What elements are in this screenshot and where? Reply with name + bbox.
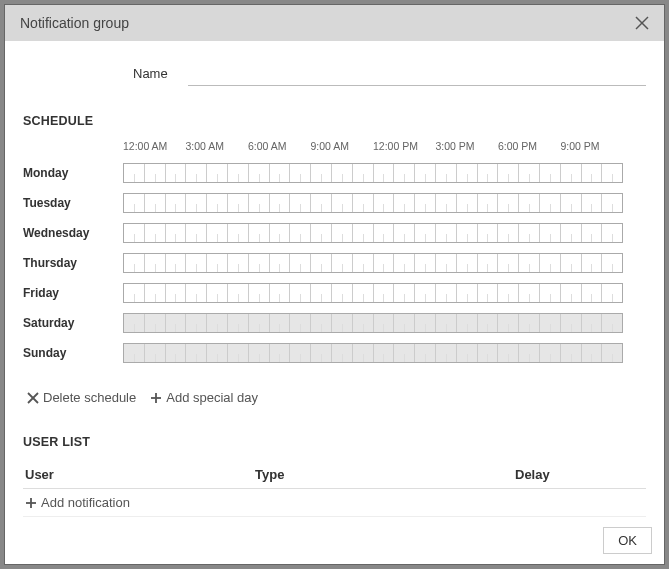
- hour-cell[interactable]: [124, 254, 145, 272]
- hour-cell[interactable]: [290, 314, 311, 332]
- hour-cell[interactable]: [478, 164, 499, 182]
- day-timeline[interactable]: [123, 283, 623, 303]
- hour-cell[interactable]: [394, 194, 415, 212]
- hour-cell[interactable]: [332, 284, 353, 302]
- hour-cell[interactable]: [540, 194, 561, 212]
- hour-cell[interactable]: [561, 164, 582, 182]
- hour-cell[interactable]: [582, 284, 603, 302]
- hour-cell[interactable]: [186, 254, 207, 272]
- hour-cell[interactable]: [602, 344, 622, 362]
- hour-cell[interactable]: [561, 194, 582, 212]
- hour-cell[interactable]: [270, 284, 291, 302]
- hour-cell[interactable]: [186, 314, 207, 332]
- hour-cell[interactable]: [582, 254, 603, 272]
- hour-cell[interactable]: [249, 314, 270, 332]
- hour-cell[interactable]: [374, 224, 395, 242]
- hour-cell[interactable]: [249, 284, 270, 302]
- hour-cell[interactable]: [374, 314, 395, 332]
- hour-cell[interactable]: [498, 164, 519, 182]
- hour-cell[interactable]: [374, 344, 395, 362]
- hour-cell[interactable]: [478, 284, 499, 302]
- hour-cell[interactable]: [519, 284, 540, 302]
- hour-cell[interactable]: [332, 254, 353, 272]
- hour-cell[interactable]: [332, 314, 353, 332]
- hour-cell[interactable]: [166, 224, 187, 242]
- hour-cell[interactable]: [145, 224, 166, 242]
- hour-cell[interactable]: [602, 254, 622, 272]
- hour-cell[interactable]: [415, 164, 436, 182]
- day-timeline[interactable]: [123, 343, 623, 363]
- hour-cell[interactable]: [124, 224, 145, 242]
- hour-cell[interactable]: [582, 224, 603, 242]
- hour-cell[interactable]: [415, 224, 436, 242]
- hour-cell[interactable]: [602, 314, 622, 332]
- hour-cell[interactable]: [582, 164, 603, 182]
- hour-cell[interactable]: [145, 314, 166, 332]
- hour-cell[interactable]: [436, 254, 457, 272]
- hour-cell[interactable]: [207, 314, 228, 332]
- ok-button[interactable]: OK: [603, 527, 652, 554]
- hour-cell[interactable]: [270, 164, 291, 182]
- hour-cell[interactable]: [186, 344, 207, 362]
- hour-cell[interactable]: [561, 344, 582, 362]
- hour-cell[interactable]: [561, 314, 582, 332]
- hour-cell[interactable]: [374, 164, 395, 182]
- hour-cell[interactable]: [519, 314, 540, 332]
- hour-cell[interactable]: [270, 224, 291, 242]
- hour-cell[interactable]: [436, 284, 457, 302]
- close-button[interactable]: [632, 13, 652, 33]
- hour-cell[interactable]: [228, 314, 249, 332]
- hour-cell[interactable]: [394, 344, 415, 362]
- hour-cell[interactable]: [124, 194, 145, 212]
- hour-cell[interactable]: [519, 254, 540, 272]
- hour-cell[interactable]: [145, 194, 166, 212]
- hour-cell[interactable]: [436, 314, 457, 332]
- hour-cell[interactable]: [415, 314, 436, 332]
- hour-cell[interactable]: [166, 284, 187, 302]
- hour-cell[interactable]: [124, 314, 145, 332]
- hour-cell[interactable]: [166, 344, 187, 362]
- hour-cell[interactable]: [290, 254, 311, 272]
- hour-cell[interactable]: [332, 194, 353, 212]
- hour-cell[interactable]: [270, 344, 291, 362]
- hour-cell[interactable]: [602, 194, 622, 212]
- hour-cell[interactable]: [311, 194, 332, 212]
- hour-cell[interactable]: [332, 164, 353, 182]
- hour-cell[interactable]: [415, 284, 436, 302]
- hour-cell[interactable]: [353, 314, 374, 332]
- hour-cell[interactable]: [311, 254, 332, 272]
- hour-cell[interactable]: [145, 164, 166, 182]
- hour-cell[interactable]: [540, 164, 561, 182]
- hour-cell[interactable]: [540, 314, 561, 332]
- day-timeline[interactable]: [123, 193, 623, 213]
- hour-cell[interactable]: [374, 194, 395, 212]
- hour-cell[interactable]: [582, 344, 603, 362]
- hour-cell[interactable]: [478, 344, 499, 362]
- hour-cell[interactable]: [498, 194, 519, 212]
- hour-cell[interactable]: [270, 194, 291, 212]
- hour-cell[interactable]: [374, 254, 395, 272]
- add-special-day-button[interactable]: Add special day: [146, 388, 262, 407]
- name-input[interactable]: [188, 61, 646, 86]
- hour-cell[interactable]: [228, 194, 249, 212]
- hour-cell[interactable]: [561, 284, 582, 302]
- hour-cell[interactable]: [311, 164, 332, 182]
- hour-cell[interactable]: [602, 164, 622, 182]
- hour-cell[interactable]: [290, 284, 311, 302]
- hour-cell[interactable]: [186, 224, 207, 242]
- hour-cell[interactable]: [498, 254, 519, 272]
- hour-cell[interactable]: [540, 254, 561, 272]
- hour-cell[interactable]: [228, 224, 249, 242]
- hour-cell[interactable]: [311, 284, 332, 302]
- hour-cell[interactable]: [394, 254, 415, 272]
- hour-cell[interactable]: [436, 224, 457, 242]
- hour-cell[interactable]: [290, 224, 311, 242]
- hour-cell[interactable]: [124, 344, 145, 362]
- hour-cell[interactable]: [498, 314, 519, 332]
- hour-cell[interactable]: [249, 224, 270, 242]
- hour-cell[interactable]: [207, 254, 228, 272]
- day-timeline[interactable]: [123, 253, 623, 273]
- hour-cell[interactable]: [311, 314, 332, 332]
- hour-cell[interactable]: [519, 164, 540, 182]
- hour-cell[interactable]: [353, 284, 374, 302]
